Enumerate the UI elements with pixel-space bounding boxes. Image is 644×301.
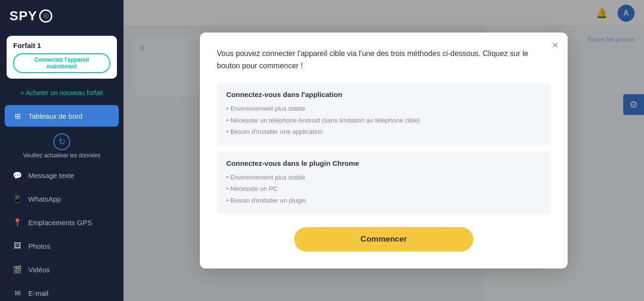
sidebar-item-whatsapp[interactable]: 📱 WhatsApp: [5, 188, 119, 210]
gps-icon: 📍: [12, 217, 23, 228]
photos-icon: 🖼: [12, 241, 23, 251]
sidebar-logo: SPY ☉: [0, 0, 124, 32]
main-content: 🔔 A 0 0 💬 E-mail récentes Toutes les pho…: [124, 0, 644, 301]
sidebar-item-label-email: E-mail: [28, 289, 49, 297]
start-button[interactable]: Commencer: [294, 227, 473, 252]
sidebar-item-label-videos: Vidéos: [28, 266, 50, 274]
method-chrome-bullet-3: Besoin d'installer un plugin: [226, 195, 541, 206]
sidebar-item-label-whatsapp: WhatsApp: [28, 195, 61, 203]
logo-icon: ☉: [39, 9, 52, 23]
sidebar-item-email[interactable]: ✉ E-mail: [5, 282, 119, 301]
sidebar-item-photos[interactable]: 🖼 Photos: [5, 235, 119, 257]
whatsapp-icon: 📱: [12, 194, 23, 204]
refresh-icon[interactable]: ↻: [53, 133, 70, 150]
sidebar-item-videos[interactable]: 🎬 Vidéos: [5, 259, 119, 280]
videos-icon: 🎬: [12, 264, 23, 275]
dashboard-icon: ⊞: [12, 111, 23, 121]
sidebar-item-label-gps: Emplacements GPS: [28, 219, 92, 227]
refresh-label: Veuillez actualiser les données: [23, 152, 100, 159]
modal-overlay: × Vous pouvez connecter l'appareil cible…: [124, 0, 644, 301]
connect-device-button[interactable]: Connectez l'appareil maintenant: [13, 53, 110, 73]
sidebar-item-message[interactable]: 💬 Message texte: [5, 164, 119, 186]
new-forfait-button[interactable]: + Acheter un nouveau forfait: [7, 85, 117, 100]
sidebar-item-tableaux[interactable]: ⊞ Tableaux de bord: [5, 105, 119, 127]
sidebar-item-label-tableaux: Tableaux de bord: [28, 112, 83, 120]
message-icon: 💬: [12, 170, 23, 180]
email-icon: ✉: [12, 288, 23, 298]
method-app-bullet-2: Nécessite un téléphone Android (sans lim…: [226, 115, 541, 126]
sidebar: SPY ☉ Forfait 1 Connectez l'appareil mai…: [0, 0, 124, 301]
method-chrome-bullet-2: Nécessite un PC: [226, 183, 541, 195]
method-chrome-bullet-1: Environnement plus stable: [226, 172, 541, 183]
forfait-box: Forfait 1 Connectez l'appareil maintenan…: [7, 36, 117, 79]
connection-modal: × Vous pouvez connecter l'appareil cible…: [200, 33, 568, 268]
modal-close-button[interactable]: ×: [552, 40, 558, 50]
sidebar-item-gps[interactable]: 📍 Emplacements GPS: [5, 212, 119, 233]
method-app-bullet-1: Environnement plus stable: [226, 103, 541, 114]
method-app-bullet-3: Besoin d'installer une application: [226, 126, 541, 138]
method-app-title: Connectez-vous dans l'application: [226, 90, 541, 98]
sidebar-item-label-photos: Photos: [28, 242, 50, 250]
method-app-card: Connectez-vous dans l'application Enviro…: [217, 83, 551, 145]
refresh-section: ↻ Veuillez actualiser les données: [0, 129, 124, 163]
method-chrome-title: Connectez-vous dans le plugin Chrome: [226, 159, 541, 167]
logo-text: SPY: [9, 8, 37, 24]
modal-intro-text: Vous pouvez connecter l'appareil cible v…: [217, 48, 551, 72]
forfait-title: Forfait 1: [13, 41, 110, 49]
method-chrome-card: Connectez-vous dans le plugin Chrome Env…: [217, 152, 551, 214]
sidebar-item-label-message: Message texte: [28, 171, 74, 179]
